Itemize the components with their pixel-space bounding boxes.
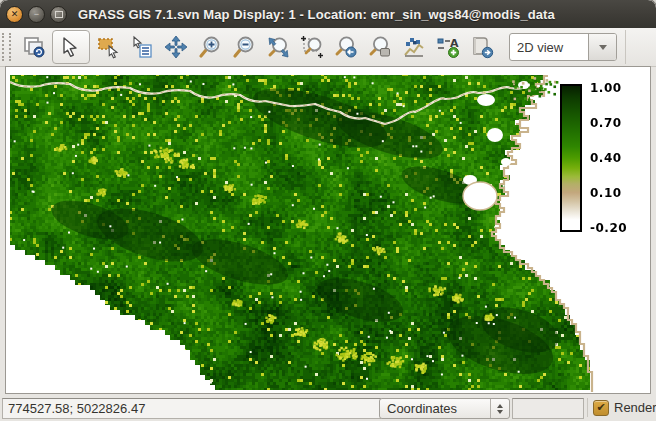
pan-tool-button[interactable] — [160, 30, 192, 64]
select-icon — [96, 35, 120, 59]
statusbar-empty-panel — [512, 398, 584, 419]
legend-label-3: 0.40 — [590, 151, 644, 165]
render-map-button[interactable] — [18, 30, 50, 64]
window-title: GRASS GIS 7.1.svn Map Display: 1 - Locat… — [78, 7, 555, 22]
spinner-down-icon — [497, 410, 503, 414]
add-map-elements-button[interactable]: A — [432, 30, 464, 64]
window-controls: ✕ − — [6, 6, 67, 23]
zoom-extent-icon — [266, 35, 290, 59]
zoom-back-button[interactable] — [330, 30, 362, 64]
render-toggle[interactable]: ✔ Render — [587, 398, 656, 417]
coordinates-value: 774527.58; 5022826.47 — [8, 401, 145, 416]
save-display-button[interactable] — [466, 30, 498, 64]
coordinates-display: 774527.58; 5022826.47 — [2, 398, 381, 419]
analyze-chart-icon — [402, 35, 426, 59]
zoom-region-button[interactable] — [296, 30, 328, 64]
toolbar-separator — [625, 30, 626, 64]
toolbar-grip[interactable] — [2, 33, 11, 61]
maximize-icon — [55, 11, 63, 18]
map-toolbar: A 2D view — [0, 28, 656, 67]
spinner-up-icon — [497, 404, 503, 408]
statusbar-mode-spinner[interactable] — [490, 399, 509, 418]
render-checkbox[interactable]: ✔ — [593, 400, 609, 416]
chevron-down-icon — [599, 45, 607, 50]
zoom-in-icon — [198, 35, 222, 59]
zoom-menu-button[interactable] — [364, 30, 396, 64]
query-icon — [130, 35, 154, 59]
grass-map-display-window: ✕ − GRASS GIS 7.1.svn Map Display: 1 - L… — [0, 0, 656, 421]
statusbar: 774527.58; 5022826.47 Coordinates ✔ Rend… — [0, 396, 656, 421]
analyze-button[interactable] — [398, 30, 430, 64]
statusbar-mode-selector[interactable]: Coordinates — [379, 398, 510, 419]
pointer-icon — [59, 35, 83, 59]
legend-label-5: -0.20 — [590, 221, 644, 235]
map-display-area: 1.00 0.70 0.40 0.10 -0.20 — [5, 66, 651, 394]
pan-icon — [164, 35, 188, 59]
zoom-out-button[interactable] — [228, 30, 260, 64]
view-mode-dropdown[interactable]: 2D view — [509, 33, 617, 61]
statusbar-mode-value: Coordinates — [380, 401, 490, 416]
zoom-extent-button[interactable] — [262, 30, 294, 64]
render-map-icon — [22, 35, 46, 59]
zoom-out-icon — [232, 35, 256, 59]
save-display-icon — [469, 35, 495, 59]
zoom-region-icon — [300, 35, 324, 59]
legend-label-4: 0.10 — [590, 186, 644, 200]
legend-label-1: 1.00 — [590, 81, 644, 95]
map-canvas[interactable] — [6, 67, 650, 393]
legend-label-2: 0.70 — [590, 116, 644, 130]
zoom-back-icon — [334, 35, 358, 59]
close-button[interactable]: ✕ — [6, 6, 23, 23]
view-mode-value: 2D view — [510, 40, 588, 55]
pointer-tool-button[interactable] — [52, 30, 90, 64]
titlebar[interactable]: ✕ − GRASS GIS 7.1.svn Map Display: 1 - L… — [0, 0, 656, 28]
legend-bar — [560, 84, 582, 232]
zoom-in-button[interactable] — [194, 30, 226, 64]
maximize-button[interactable] — [50, 6, 67, 23]
render-label: Render — [614, 400, 656, 415]
query-tool-button[interactable] — [126, 30, 158, 64]
zoom-menu-icon — [368, 35, 392, 59]
select-tool-button[interactable] — [92, 30, 124, 64]
raster-legend[interactable]: 1.00 0.70 0.40 0.10 -0.20 — [560, 84, 646, 238]
add-map-elements-icon: A — [435, 35, 461, 59]
view-mode-dropdown-button[interactable] — [588, 34, 616, 60]
minimize-button[interactable]: − — [28, 6, 45, 23]
